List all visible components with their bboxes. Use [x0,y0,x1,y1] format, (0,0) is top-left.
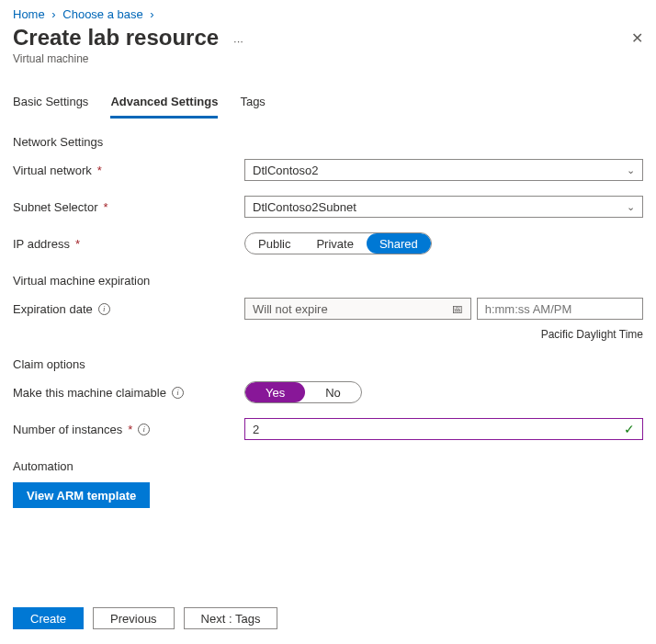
tab-basic-settings[interactable]: Basic Settings [13,89,88,119]
instances-input[interactable]: 2 ✓ [244,418,643,440]
chevron-right-icon: › [48,7,59,21]
create-button[interactable]: Create [13,607,84,629]
expiration-time-input[interactable] [477,298,643,320]
breadcrumb-choose-base[interactable]: Choose a base [62,7,142,21]
instances-label: Number of instances [13,423,122,436]
virtual-network-label: Virtual network [13,164,92,177]
breadcrumb-home[interactable]: Home [13,7,45,21]
subnet-selector-value: DtlContoso2Subnet [253,200,356,214]
section-network: Network Settings [13,135,643,149]
subnet-selector-select[interactable]: DtlContoso2Subnet ⌄ [244,196,643,218]
info-icon[interactable]: i [98,303,110,315]
required-icon: * [75,237,80,251]
claimable-toggle: Yes No [244,381,362,403]
next-tags-button[interactable]: Next : Tags [184,607,278,629]
subnet-selector-label: Subnet Selector [13,200,98,214]
ip-option-private[interactable]: Private [303,233,366,254]
claimable-no[interactable]: No [305,382,361,402]
expiration-date-value: Will not expire [253,302,328,316]
calendar-icon[interactable]: 📅︎ [451,302,463,316]
required-icon: * [128,423,132,436]
checkmark-icon: ✓ [624,422,635,436]
breadcrumb: Home › Choose a base › [0,0,656,25]
page-title: Create lab resource [13,25,219,51]
ip-option-shared[interactable]: Shared [367,233,431,254]
virtual-network-value: DtlContoso2 [253,164,319,177]
required-icon: * [97,164,102,177]
info-icon[interactable]: i [138,424,150,435]
chevron-down-icon: ⌄ [627,164,635,176]
chevron-right-icon: › [146,7,157,21]
page-subtitle: Virtual machine [0,52,656,80]
required-icon: * [104,200,108,214]
tabs: Basic Settings Advanced Settings Tags [0,89,656,119]
footer-actions: Create Previous Next : Tags [13,607,643,629]
expiration-date-label: Expiration date [13,302,93,316]
section-automation: Automation [13,459,643,473]
timezone-label: Pacific Daylight Time [13,328,643,341]
ip-address-label: IP address [13,237,70,251]
chevron-down-icon: ⌄ [627,201,635,213]
info-icon[interactable]: i [172,387,184,399]
virtual-network-select[interactable]: DtlContoso2 ⌄ [244,159,643,181]
ip-option-public[interactable]: Public [245,233,303,254]
ip-address-toggle: Public Private Shared [244,232,432,254]
section-claim: Claim options [13,357,643,371]
close-icon[interactable]: ✕ [631,29,643,47]
expiration-date-input[interactable]: Will not expire 📅︎ [244,298,471,320]
claimable-yes[interactable]: Yes [245,382,305,402]
view-arm-template-button[interactable]: View ARM template [13,482,150,508]
tab-tags[interactable]: Tags [240,89,265,119]
previous-button[interactable]: Previous [93,607,175,629]
section-expiration: Virtual machine expiration [13,274,643,288]
instances-value: 2 [253,423,259,436]
claimable-label: Make this machine claimable [13,386,166,400]
tab-advanced-settings[interactable]: Advanced Settings [110,89,218,119]
more-icon[interactable]: ··· [228,34,249,48]
